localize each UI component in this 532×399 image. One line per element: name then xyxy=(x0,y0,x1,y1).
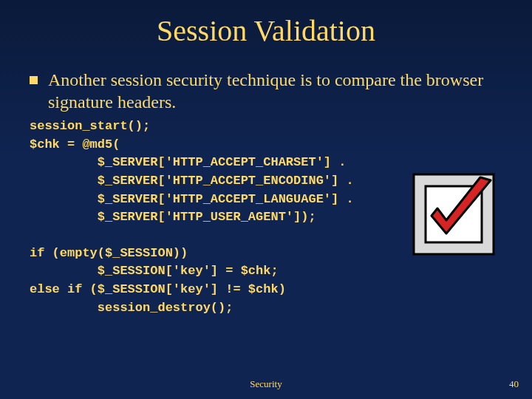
footer-label: Security xyxy=(250,378,282,390)
checkmark-icon xyxy=(409,170,498,259)
bullet-marker-icon xyxy=(30,76,38,84)
bullet-text: Another session security technique is to… xyxy=(48,69,502,113)
bullet-item: Another session security technique is to… xyxy=(30,69,502,113)
slide-title: Session Validation xyxy=(0,0,532,69)
page-number: 40 xyxy=(509,378,519,390)
